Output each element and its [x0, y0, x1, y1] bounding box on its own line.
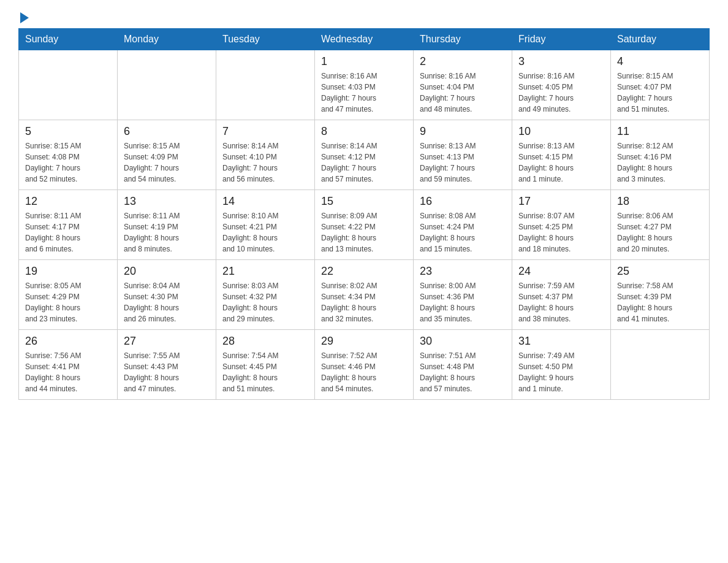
- calendar-cell: 26Sunrise: 7:56 AM Sunset: 4:41 PM Dayli…: [19, 330, 118, 400]
- day-number: 6: [124, 125, 210, 138]
- calendar-cell: 7Sunrise: 8:14 AM Sunset: 4:10 PM Daylig…: [216, 120, 315, 190]
- day-info: Sunrise: 8:13 AM Sunset: 4:15 PM Dayligh…: [518, 140, 604, 185]
- day-number: 21: [222, 265, 308, 278]
- day-info: Sunrise: 7:51 AM Sunset: 4:48 PM Dayligh…: [420, 350, 506, 394]
- day-number: 10: [518, 125, 604, 138]
- day-number: 23: [420, 265, 506, 278]
- day-info: Sunrise: 8:03 AM Sunset: 4:32 PM Dayligh…: [222, 280, 308, 324]
- day-number: 26: [25, 335, 111, 348]
- calendar-cell: 29Sunrise: 7:52 AM Sunset: 4:46 PM Dayli…: [315, 330, 414, 400]
- logo-triangle-icon: [20, 12, 29, 23]
- weekday-header-row: SundayMondayTuesdayWednesdayThursdayFrid…: [19, 29, 710, 50]
- calendar-cell: [118, 50, 216, 120]
- calendar-cell: 11Sunrise: 8:12 AM Sunset: 4:16 PM Dayli…: [611, 120, 710, 190]
- calendar-cell: 22Sunrise: 8:02 AM Sunset: 4:34 PM Dayli…: [315, 260, 414, 330]
- logo-top: [18, 12, 29, 23]
- calendar-cell: 27Sunrise: 7:55 AM Sunset: 4:43 PM Dayli…: [118, 330, 216, 400]
- day-number: 15: [321, 195, 407, 208]
- day-info: Sunrise: 7:55 AM Sunset: 4:43 PM Dayligh…: [124, 350, 210, 394]
- calendar-table: SundayMondayTuesdayWednesdayThursdayFrid…: [18, 28, 710, 400]
- calendar-cell: 13Sunrise: 8:11 AM Sunset: 4:19 PM Dayli…: [118, 190, 216, 260]
- calendar-cell: 6Sunrise: 8:15 AM Sunset: 4:09 PM Daylig…: [118, 120, 216, 190]
- day-number: 17: [518, 195, 604, 208]
- day-info: Sunrise: 7:56 AM Sunset: 4:41 PM Dayligh…: [25, 350, 111, 394]
- day-info: Sunrise: 8:04 AM Sunset: 4:30 PM Dayligh…: [124, 280, 210, 324]
- day-info: Sunrise: 8:15 AM Sunset: 4:08 PM Dayligh…: [25, 140, 111, 185]
- calendar-cell: 18Sunrise: 8:06 AM Sunset: 4:27 PM Dayli…: [611, 190, 710, 260]
- week-row-3: 12Sunrise: 8:11 AM Sunset: 4:17 PM Dayli…: [19, 190, 710, 260]
- day-number: 1: [321, 55, 407, 68]
- calendar-cell: 28Sunrise: 7:54 AM Sunset: 4:45 PM Dayli…: [216, 330, 315, 400]
- day-number: 31: [518, 335, 604, 348]
- week-row-2: 5Sunrise: 8:15 AM Sunset: 4:08 PM Daylig…: [19, 120, 710, 190]
- day-number: 20: [124, 265, 210, 278]
- calendar-cell: [611, 330, 710, 400]
- weekday-header-tuesday: Tuesday: [216, 29, 315, 50]
- weekday-header-friday: Friday: [512, 29, 611, 50]
- day-number: 18: [617, 195, 703, 208]
- day-number: 16: [420, 195, 506, 208]
- page: SundayMondayTuesdayWednesdayThursdayFrid…: [0, 0, 728, 412]
- day-number: 19: [25, 265, 111, 278]
- day-number: 24: [518, 265, 604, 278]
- calendar-cell: 21Sunrise: 8:03 AM Sunset: 4:32 PM Dayli…: [216, 260, 315, 330]
- day-number: 25: [617, 265, 703, 278]
- week-row-5: 26Sunrise: 7:56 AM Sunset: 4:41 PM Dayli…: [19, 330, 710, 400]
- day-number: 9: [420, 125, 506, 138]
- weekday-header-monday: Monday: [118, 29, 216, 50]
- weekday-header-saturday: Saturday: [611, 29, 710, 50]
- day-number: 11: [617, 125, 703, 138]
- day-info: Sunrise: 8:15 AM Sunset: 4:07 PM Dayligh…: [617, 71, 703, 115]
- day-info: Sunrise: 8:11 AM Sunset: 4:19 PM Dayligh…: [124, 210, 210, 255]
- calendar-cell: 12Sunrise: 8:11 AM Sunset: 4:17 PM Dayli…: [19, 190, 118, 260]
- day-info: Sunrise: 8:12 AM Sunset: 4:16 PM Dayligh…: [617, 140, 703, 185]
- calendar-body: 1Sunrise: 8:16 AM Sunset: 4:03 PM Daylig…: [19, 50, 710, 400]
- day-number: 22: [321, 265, 407, 278]
- day-number: 13: [124, 195, 210, 208]
- day-number: 30: [420, 335, 506, 348]
- calendar-cell: 1Sunrise: 8:16 AM Sunset: 4:03 PM Daylig…: [315, 50, 414, 120]
- day-number: 4: [617, 55, 703, 68]
- day-info: Sunrise: 8:14 AM Sunset: 4:10 PM Dayligh…: [222, 140, 308, 185]
- day-info: Sunrise: 7:59 AM Sunset: 4:37 PM Dayligh…: [518, 280, 604, 324]
- day-info: Sunrise: 7:49 AM Sunset: 4:50 PM Dayligh…: [518, 350, 604, 394]
- calendar-cell: 19Sunrise: 8:05 AM Sunset: 4:29 PM Dayli…: [19, 260, 118, 330]
- calendar-cell: 20Sunrise: 8:04 AM Sunset: 4:30 PM Dayli…: [118, 260, 216, 330]
- calendar-cell: [19, 50, 118, 120]
- day-info: Sunrise: 8:16 AM Sunset: 4:04 PM Dayligh…: [420, 71, 506, 115]
- day-number: 8: [321, 125, 407, 138]
- day-info: Sunrise: 7:54 AM Sunset: 4:45 PM Dayligh…: [222, 350, 308, 394]
- calendar-cell: 3Sunrise: 8:16 AM Sunset: 4:05 PM Daylig…: [512, 50, 611, 120]
- day-number: 3: [518, 55, 604, 68]
- calendar-cell: 15Sunrise: 8:09 AM Sunset: 4:22 PM Dayli…: [315, 190, 414, 260]
- day-info: Sunrise: 8:02 AM Sunset: 4:34 PM Dayligh…: [321, 280, 407, 324]
- calendar-cell: 25Sunrise: 7:58 AM Sunset: 4:39 PM Dayli…: [611, 260, 710, 330]
- day-info: Sunrise: 8:00 AM Sunset: 4:36 PM Dayligh…: [420, 280, 506, 324]
- day-number: 12: [25, 195, 111, 208]
- header: [18, 12, 710, 22]
- calendar-cell: 8Sunrise: 8:14 AM Sunset: 4:12 PM Daylig…: [315, 120, 414, 190]
- day-info: Sunrise: 7:58 AM Sunset: 4:39 PM Dayligh…: [617, 280, 703, 324]
- calendar-cell: 24Sunrise: 7:59 AM Sunset: 4:37 PM Dayli…: [512, 260, 611, 330]
- day-info: Sunrise: 7:52 AM Sunset: 4:46 PM Dayligh…: [321, 350, 407, 394]
- day-info: Sunrise: 8:06 AM Sunset: 4:27 PM Dayligh…: [617, 210, 703, 255]
- calendar-cell: 16Sunrise: 8:08 AM Sunset: 4:24 PM Dayli…: [414, 190, 512, 260]
- day-number: 5: [25, 125, 111, 138]
- day-number: 2: [420, 55, 506, 68]
- calendar-cell: 4Sunrise: 8:15 AM Sunset: 4:07 PM Daylig…: [611, 50, 710, 120]
- calendar-cell: 10Sunrise: 8:13 AM Sunset: 4:15 PM Dayli…: [512, 120, 611, 190]
- day-info: Sunrise: 8:16 AM Sunset: 4:03 PM Dayligh…: [321, 71, 407, 115]
- day-number: 7: [222, 125, 308, 138]
- calendar-cell: [216, 50, 315, 120]
- calendar-cell: 2Sunrise: 8:16 AM Sunset: 4:04 PM Daylig…: [414, 50, 512, 120]
- calendar-cell: 31Sunrise: 7:49 AM Sunset: 4:50 PM Dayli…: [512, 330, 611, 400]
- weekday-header-wednesday: Wednesday: [315, 29, 414, 50]
- day-info: Sunrise: 8:09 AM Sunset: 4:22 PM Dayligh…: [321, 210, 407, 255]
- calendar-cell: 9Sunrise: 8:13 AM Sunset: 4:13 PM Daylig…: [414, 120, 512, 190]
- calendar-cell: 14Sunrise: 8:10 AM Sunset: 4:21 PM Dayli…: [216, 190, 315, 260]
- calendar-cell: 30Sunrise: 7:51 AM Sunset: 4:48 PM Dayli…: [414, 330, 512, 400]
- day-info: Sunrise: 8:10 AM Sunset: 4:21 PM Dayligh…: [222, 210, 308, 255]
- week-row-4: 19Sunrise: 8:05 AM Sunset: 4:29 PM Dayli…: [19, 260, 710, 330]
- day-info: Sunrise: 8:08 AM Sunset: 4:24 PM Dayligh…: [420, 210, 506, 255]
- day-number: 28: [222, 335, 308, 348]
